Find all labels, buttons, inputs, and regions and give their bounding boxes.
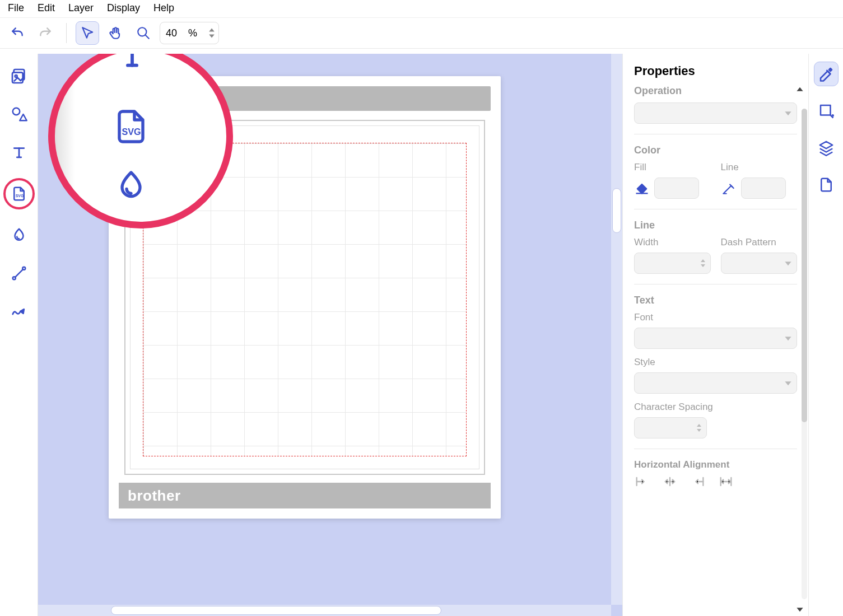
svg-text:SVG: SVG [15,194,24,198]
align-right-icon[interactable] [690,475,706,488]
fill-color-input[interactable] [654,178,699,199]
dash-select[interactable] [721,253,798,274]
canvas-area[interactable]: brother SVG [38,54,622,616]
callout-paint-icon [113,168,149,204]
transform-tab-button[interactable] [814,99,839,123]
right-tool-strip [808,54,843,616]
callout-svg-icon: SVG [111,106,151,147]
svg-rect-9 [821,105,831,115]
panel-scrollbar[interactable] [802,109,807,599]
redo-button[interactable] [34,21,57,45]
width-label: Width [634,237,711,248]
layers-tab-button[interactable] [814,136,839,160]
document-tab-button[interactable] [814,172,839,197]
style-label: Style [634,357,797,368]
align-justify-icon[interactable] [718,475,734,488]
align-left-icon[interactable] [634,475,650,488]
color-heading: Color [634,144,797,156]
text-tool[interactable] [7,140,31,165]
brand-logo: brother [128,487,181,505]
menu-edit[interactable]: Edit [38,2,55,14]
menu-layer[interactable]: Layer [68,2,94,14]
char-spacing-label: Character Spacing [634,402,797,413]
path-tool[interactable] [7,299,31,324]
pan-tool-button[interactable] [104,21,127,45]
scroll-down-icon[interactable] [796,606,804,613]
undo-button[interactable] [6,21,29,45]
menu-file[interactable]: File [8,2,24,14]
width-input[interactable] [634,253,711,274]
menu-help[interactable]: Help [153,2,174,14]
line-tool[interactable] [7,261,31,286]
dash-label: Dash Pattern [721,237,798,248]
zoom-stepper[interactable] [208,27,215,39]
line-color-label: Line [721,162,798,173]
vertical-scrollbar[interactable] [611,54,622,605]
menu-bar: File Edit Layer Display Help [0,0,843,18]
left-tool-strip: SVG [0,54,38,616]
h-align-label: Horizontal Alignment [634,459,797,470]
import-svg-tool[interactable]: SVG [3,178,35,209]
properties-title: Properties [634,64,797,78]
operation-heading: Operation [634,85,797,97]
zoom-unit: % [188,27,197,39]
artboard-footer: brother [119,483,491,508]
zoom-input[interactable]: 40 % [160,22,219,44]
align-center-icon[interactable] [662,475,678,488]
toolbar: 40 % [0,18,843,49]
fill-icon[interactable] [634,180,650,196]
properties-tab-button[interactable] [814,62,839,86]
callout-text-icon [114,54,150,73]
fill-label: Fill [634,162,711,173]
line-color-input[interactable] [741,178,786,199]
properties-panel: Properties Operation Color Fill Line [622,54,808,616]
svg-point-4 [12,108,20,115]
paint-tool[interactable] [7,223,31,248]
select-tool-button[interactable] [76,21,99,45]
font-label: Font [634,312,797,323]
menu-display[interactable]: Display [107,2,140,14]
operation-select[interactable] [634,102,797,124]
import-image-tool[interactable] [7,64,31,88]
font-select[interactable] [634,328,797,349]
style-select[interactable] [634,372,797,394]
line-color-icon[interactable] [721,180,737,196]
text-heading: Text [634,295,797,306]
zoom-tool-button[interactable] [132,21,155,45]
line-heading: Line [634,220,797,231]
horizontal-scrollbar[interactable] [38,605,611,616]
zoom-value: 40 [166,27,177,39]
scroll-up-icon[interactable] [796,86,804,93]
svg-text:SVG: SVG [122,127,141,137]
char-spacing-input[interactable] [634,417,707,438]
shapes-tool[interactable] [7,102,31,127]
